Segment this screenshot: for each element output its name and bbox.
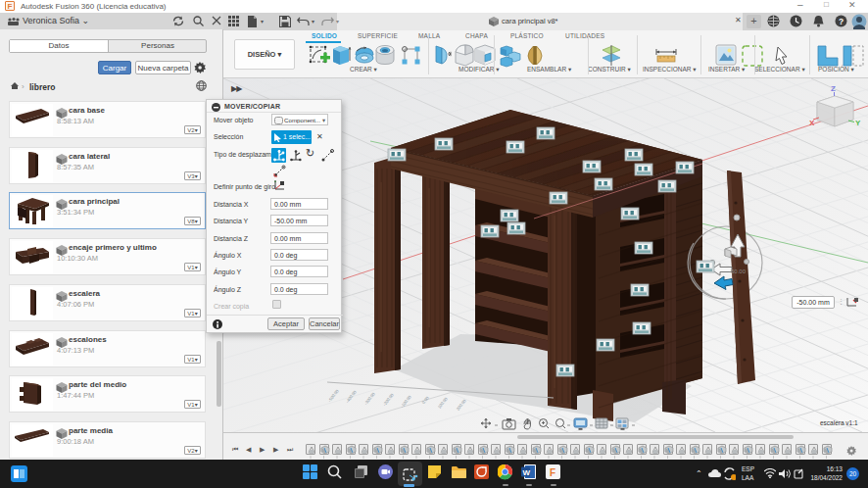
- svg-text:X: X: [809, 119, 815, 127]
- svg-text:-50.00: -50.00: [729, 268, 747, 274]
- svg-text:Z: Z: [831, 84, 836, 93]
- svg-text:F: F: [550, 467, 555, 478]
- svg-text:Y: Y: [855, 119, 861, 127]
- svg-text:?: ?: [839, 17, 844, 26]
- svg-text:W: W: [523, 468, 531, 477]
